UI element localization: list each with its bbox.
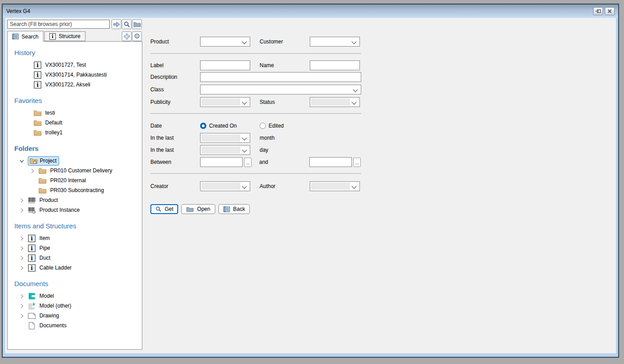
chevron-right-icon[interactable]: [17, 265, 28, 271]
tree-item-project[interactable]: Project: [14, 156, 142, 166]
gear-icon: ⚙: [134, 33, 140, 40]
between-to-picker-button[interactable]: ...: [353, 158, 361, 167]
tab-bar: Search Structure: [7, 31, 85, 41]
last-months-select[interactable]: [200, 133, 250, 143]
chevron-right-icon[interactable]: [17, 255, 28, 261]
tree-item-item[interactable]: Item: [14, 233, 142, 243]
label-label: Label: [150, 62, 200, 69]
settings-button[interactable]: ⚙: [132, 31, 142, 41]
tree-item-drawing[interactable]: Drawing: [14, 311, 142, 321]
favorites-heading: Favorites: [14, 97, 142, 104]
chevron-right-icon[interactable]: [17, 245, 28, 252]
day-label: day: [260, 147, 310, 153]
selected-tree-item[interactable]: Project: [28, 156, 59, 166]
tree-item[interactable]: PR010 Customer Delivery: [14, 166, 142, 176]
customer-select[interactable]: [310, 37, 360, 47]
model-icon: [28, 292, 36, 300]
barcode-clock-icon: [28, 206, 36, 214]
chevron-right-icon[interactable]: [17, 303, 28, 309]
tree-item-model[interactable]: Model: [14, 291, 142, 301]
model-other-icon: [28, 302, 36, 310]
history-item[interactable]: VX3001722, Akseli: [14, 80, 142, 90]
open-button[interactable]: Open: [181, 204, 215, 214]
info-icon: [49, 33, 56, 40]
info-icon: [34, 71, 42, 79]
status-label: Status: [260, 99, 310, 105]
browse-folder-button[interactable]: [132, 19, 142, 29]
folder-icon: [34, 129, 42, 137]
search-icon: [155, 206, 162, 212]
tab-search[interactable]: Search: [7, 31, 43, 42]
name-label: Name: [260, 62, 310, 69]
tree-item-documents[interactable]: Documents: [14, 321, 142, 330]
publicity-select[interactable]: [200, 97, 250, 107]
chevron-right-icon[interactable]: [17, 197, 28, 204]
tab-label: Search: [21, 34, 38, 40]
chevron-right-icon[interactable]: [17, 235, 28, 242]
tree-item-product-instance[interactable]: Product Instance: [14, 205, 142, 215]
in-the-last-day-label: In the last: [150, 147, 200, 153]
documents-heading: Documents: [14, 280, 142, 287]
tree-item-duct[interactable]: Duct: [14, 253, 142, 263]
tree-item[interactable]: PR020 Internal: [14, 176, 142, 185]
chevron-right-icon[interactable]: [17, 313, 28, 319]
window-title: Vertex G4: [6, 8, 591, 14]
history-item[interactable]: VX3001714, Pakkaustesti: [14, 70, 142, 80]
chevron-right-icon[interactable]: [28, 167, 38, 174]
favorite-item[interactable]: testi: [14, 108, 142, 118]
created-on-radio[interactable]: Created On: [200, 123, 260, 129]
date-label: Date: [150, 123, 200, 129]
description-label: Description: [150, 74, 200, 80]
close-button[interactable]: [605, 7, 615, 15]
product-label: Product: [150, 39, 200, 45]
radio-selected-icon: [200, 123, 206, 129]
sidebar: History VX3001727, Test VX3001714, Pakka…: [7, 41, 142, 350]
folder-icon: [186, 206, 194, 212]
between-to-input[interactable]: [309, 157, 352, 167]
search-input[interactable]: [7, 20, 110, 29]
tree-item-cable-ladder[interactable]: Cable Ladder: [14, 263, 142, 273]
product-select[interactable]: [200, 37, 250, 47]
between-label: Between: [150, 159, 200, 165]
label-input[interactable]: [200, 60, 250, 70]
last-days-select[interactable]: [200, 145, 250, 155]
chevron-right-icon[interactable]: [17, 293, 28, 300]
info-icon: [28, 254, 36, 262]
between-from-picker-button[interactable]: ...: [244, 158, 252, 167]
search-button[interactable]: [122, 19, 132, 29]
tree-item-pipe[interactable]: Pipe: [14, 243, 142, 253]
favorite-item[interactable]: Default: [14, 118, 142, 128]
chevron-down-icon[interactable]: [17, 158, 28, 164]
and-label: and: [259, 159, 309, 165]
between-from-input[interactable]: [200, 157, 243, 167]
divider: [150, 173, 361, 174]
title-bar[interactable]: Vertex G4: [3, 4, 618, 18]
history-item[interactable]: VX3001727, Test: [14, 60, 142, 70]
creator-label: Creator: [150, 183, 200, 189]
pin-button[interactable]: [593, 7, 603, 15]
description-input[interactable]: [200, 72, 361, 82]
back-button[interactable]: Back: [218, 204, 250, 214]
edited-radio[interactable]: Edited: [260, 123, 284, 129]
tab-structure[interactable]: Structure: [44, 31, 85, 41]
author-select[interactable]: [310, 181, 360, 191]
creator-select[interactable]: [200, 181, 250, 191]
tree-item[interactable]: PR030 Subcontracting: [14, 185, 142, 195]
divider: [150, 53, 361, 54]
go-button[interactable]: [111, 19, 121, 29]
add-tab-button[interactable]: [122, 31, 132, 41]
name-input[interactable]: [310, 60, 360, 70]
tree-item-model-other[interactable]: Model (other): [14, 301, 142, 311]
search-icon: [124, 21, 130, 28]
tree-item-product[interactable]: Product: [14, 195, 142, 205]
arrow-right-icon: [113, 21, 120, 27]
folder-clock-icon: [30, 157, 38, 165]
chevron-right-icon[interactable]: [17, 207, 28, 214]
get-button[interactable]: Get: [150, 204, 178, 214]
close-icon: [607, 9, 612, 14]
status-select[interactable]: [310, 97, 360, 107]
history-heading: History: [14, 49, 142, 56]
month-label: month: [260, 135, 310, 141]
class-select[interactable]: [200, 85, 361, 94]
favorite-item[interactable]: trolley1: [14, 128, 142, 137]
